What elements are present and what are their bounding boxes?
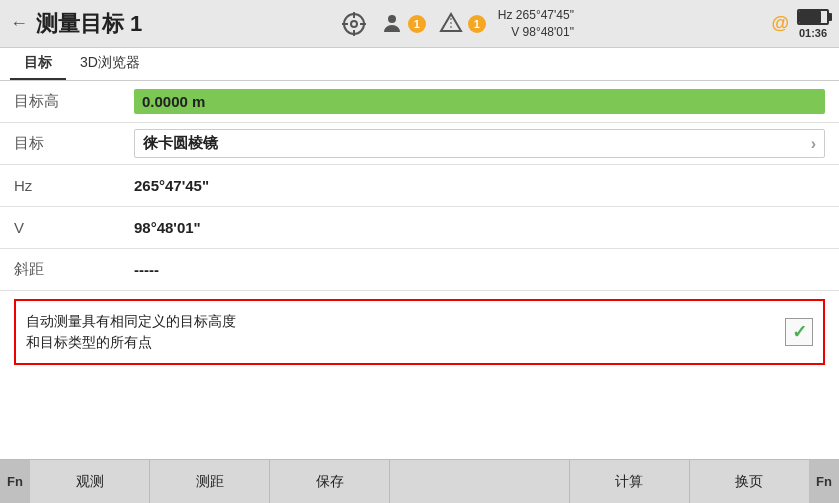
form-row-slope: 斜距 ----- bbox=[0, 249, 839, 291]
header-center: 1 1 Hz 265°47'45" V 98°48'01" bbox=[142, 7, 771, 41]
person-icon bbox=[380, 12, 404, 36]
coords-display: Hz 265°47'45" V 98°48'01" bbox=[498, 7, 574, 41]
value-target-height[interactable]: 0.0000 m bbox=[134, 89, 825, 114]
clock-display: 01:36 bbox=[799, 27, 827, 39]
battery-icon bbox=[797, 9, 829, 25]
label-target: 目标 bbox=[14, 134, 134, 153]
toolbar: Fn 观测 测距 保存 计算 换页 Fn bbox=[0, 459, 839, 503]
header: ← 测量目标 1 1 bbox=[0, 0, 839, 48]
auto-measure-text: 自动测量具有相同定义的目标高度 和目标类型的所有点 bbox=[26, 311, 775, 353]
toolbar-nextpage-button[interactable]: 换页 bbox=[690, 460, 809, 504]
label-target-height: 目标高 bbox=[14, 92, 134, 111]
toolbar-save-button[interactable]: 保存 bbox=[270, 460, 390, 504]
crosshair-icon bbox=[340, 10, 368, 38]
form-row-target-height: 目标高 0.0000 m bbox=[0, 81, 839, 123]
tabs-bar: 目标 3D浏览器 bbox=[0, 48, 839, 81]
checkmark-icon: ✓ bbox=[792, 321, 807, 343]
label-hz: Hz bbox=[14, 177, 134, 194]
value-hz: 265°47'45" bbox=[134, 177, 825, 194]
svg-point-6 bbox=[388, 15, 396, 23]
icon-group-2: 1 bbox=[438, 11, 486, 37]
time-battery: 01:36 bbox=[797, 9, 829, 39]
value-v: 98°48'01" bbox=[134, 219, 825, 236]
page-title: 测量目标 1 bbox=[36, 9, 142, 39]
tab-3d-browser[interactable]: 3D浏览器 bbox=[66, 48, 154, 80]
label-slope: 斜距 bbox=[14, 260, 134, 279]
header-right: @ 01:36 bbox=[771, 9, 829, 39]
auto-measure-checkbox-section: 自动测量具有相同定义的目标高度 和目标类型的所有点 ✓ bbox=[14, 299, 825, 365]
fn-right-button[interactable]: Fn bbox=[809, 460, 839, 503]
form-row-hz: Hz 265°47'45" bbox=[0, 165, 839, 207]
prism-icon bbox=[438, 11, 464, 37]
arrow-right-icon: › bbox=[811, 135, 816, 153]
toolbar-items: 观测 测距 保存 计算 换页 bbox=[30, 460, 809, 504]
at-icon: @ bbox=[771, 13, 789, 34]
badge-2: 1 bbox=[468, 15, 486, 33]
toolbar-empty-slot bbox=[390, 460, 570, 504]
fn-left-button[interactable]: Fn bbox=[0, 460, 30, 503]
form-row-target: 目标 徕卡圆棱镜 › bbox=[0, 123, 839, 165]
toolbar-observe-button[interactable]: 观测 bbox=[30, 460, 150, 504]
value-target[interactable]: 徕卡圆棱镜 › bbox=[134, 129, 825, 158]
value-slope: ----- bbox=[134, 261, 825, 278]
badge-1: 1 bbox=[408, 15, 426, 33]
content-area: 目标高 0.0000 m 目标 徕卡圆棱镜 › Hz 265°47'45" V … bbox=[0, 81, 839, 459]
toolbar-calculate-button[interactable]: 计算 bbox=[570, 460, 690, 504]
back-button[interactable]: ← bbox=[10, 13, 28, 34]
tab-target[interactable]: 目标 bbox=[10, 48, 66, 80]
app-container: ← 测量目标 1 1 bbox=[0, 0, 839, 503]
form-row-v: V 98°48'01" bbox=[0, 207, 839, 249]
svg-point-1 bbox=[351, 21, 357, 27]
label-v: V bbox=[14, 219, 134, 236]
auto-measure-checkbox[interactable]: ✓ bbox=[785, 318, 813, 346]
icon-group-1: 1 bbox=[380, 12, 426, 36]
header-left: ← 测量目标 1 bbox=[10, 9, 142, 39]
toolbar-measure-button[interactable]: 测距 bbox=[150, 460, 270, 504]
